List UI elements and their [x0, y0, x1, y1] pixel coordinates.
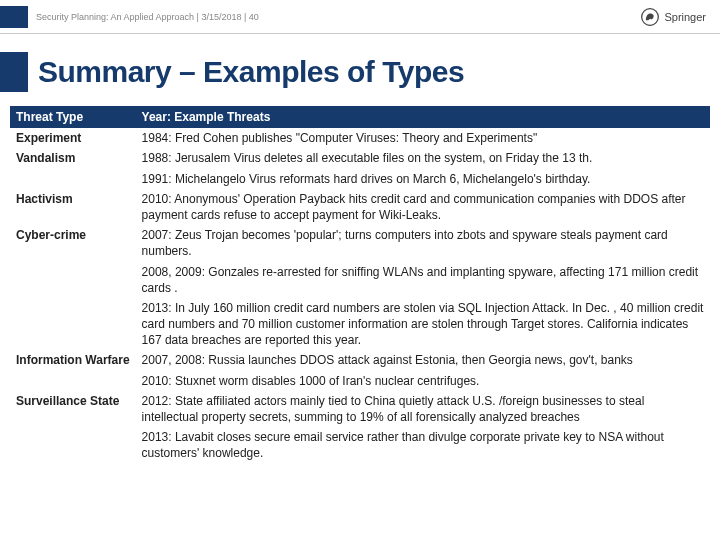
table-row: 2010: Stuxnet worm disables 1000 of Iran…: [10, 371, 710, 391]
threat-text: 2013: In July 160 million credit card nu…: [136, 298, 710, 351]
threat-label: [10, 427, 136, 463]
threat-label: [10, 298, 136, 351]
threat-label: [10, 169, 136, 189]
table-row: 2013: Lavabit closes secure email servic…: [10, 427, 710, 463]
table-row: Hactivism2010: Anonymous' Operation Payb…: [10, 189, 710, 225]
table-row: Experiment1984: Fred Cohen publishes "Co…: [10, 128, 710, 148]
threat-text: 2013: Lavabit closes secure email servic…: [136, 427, 710, 463]
threat-label: Hactivism: [10, 189, 136, 225]
threat-text: 2012: State affiliated actors mainly tie…: [136, 391, 710, 427]
header-left: Security Planning: An Applied Approach |…: [0, 6, 259, 28]
table-header-row: Threat Type Year: Example Threats: [10, 106, 710, 128]
table-row: Information Warfare2007, 2008: Russia la…: [10, 350, 710, 370]
threat-label: [10, 262, 136, 298]
threat-text: 2008, 2009: Gonzales re-arrested for sni…: [136, 262, 710, 298]
threat-types-table: Threat Type Year: Example Threats Experi…: [10, 106, 710, 464]
threat-text: 2007: Zeus Trojan becomes 'popular'; tur…: [136, 225, 710, 261]
table-row: 1991: Michelangelo Virus reformats hard …: [10, 169, 710, 189]
threat-text: 1984: Fred Cohen publishes "Computer Vir…: [136, 128, 710, 148]
slide-header: Security Planning: An Applied Approach |…: [0, 0, 720, 34]
table-row: Surveillance State2012: State affiliated…: [10, 391, 710, 427]
threat-label: Vandalism: [10, 148, 136, 168]
threat-text: 2007, 2008: Russia launches DDOS attack …: [136, 350, 710, 370]
table-row: Vandalism1988: Jerusalem Virus deletes a…: [10, 148, 710, 168]
header-meta-text: Security Planning: An Applied Approach |…: [36, 12, 259, 22]
table-row: 2013: In July 160 million credit card nu…: [10, 298, 710, 351]
table-row: Cyber-crime2007: Zeus Trojan becomes 'po…: [10, 225, 710, 261]
page-title: Summary – Examples of Types: [38, 55, 464, 89]
col-example-threats: Year: Example Threats: [136, 106, 710, 128]
brand-name: Springer: [664, 11, 706, 23]
threat-text: 2010: Anonymous' Operation Payback hits …: [136, 189, 710, 225]
threat-label: Information Warfare: [10, 350, 136, 370]
header-accent-block: [0, 6, 28, 28]
threat-text: 2010: Stuxnet worm disables 1000 of Iran…: [136, 371, 710, 391]
threat-text: 1988: Jerusalem Virus deletes all execut…: [136, 148, 710, 168]
threat-label: Experiment: [10, 128, 136, 148]
threat-label: [10, 371, 136, 391]
table-row: 2008, 2009: Gonzales re-arrested for sni…: [10, 262, 710, 298]
threat-label: Cyber-crime: [10, 225, 136, 261]
col-threat-type: Threat Type: [10, 106, 136, 128]
title-accent: [0, 52, 28, 92]
threat-text: 1991: Michelangelo Virus reformats hard …: [136, 169, 710, 189]
brand-logo: Springer: [640, 7, 706, 27]
title-block: Summary – Examples of Types: [0, 52, 720, 92]
threat-label: Surveillance State: [10, 391, 136, 427]
springer-horse-icon: [640, 7, 660, 27]
